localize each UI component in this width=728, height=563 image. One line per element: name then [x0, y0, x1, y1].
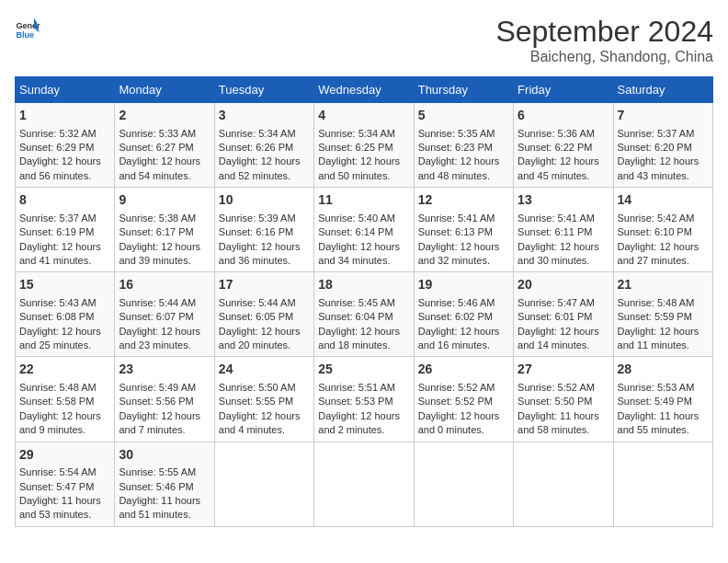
title-block: September 2024 Baicheng, Shandong, China: [495, 15, 713, 65]
day-number: 15: [19, 276, 110, 294]
calendar-cell: 7Sunrise: 5:37 AMSunset: 6:20 PMDaylight…: [613, 103, 712, 188]
daylight-text: Daylight: 11 hours and 53 minutes.: [19, 494, 110, 523]
daylight-text: Daylight: 12 hours and 56 minutes.: [19, 155, 110, 183]
day-number: 7: [618, 107, 709, 125]
day-number: 29: [19, 446, 110, 465]
calendar-cell: 21Sunrise: 5:48 AMSunset: 5:59 PMDayligh…: [613, 272, 712, 357]
calendar-table: SundayMondayTuesdayWednesdayThursdayFrid…: [15, 76, 713, 527]
page-header: General Blue September 2024 Baicheng, Sh…: [15, 15, 713, 65]
calendar-cell: [214, 442, 313, 526]
sunset-text: Sunset: 6:17 PM: [119, 225, 210, 239]
calendar-cell: 11Sunrise: 5:40 AMSunset: 6:14 PMDayligh…: [314, 188, 414, 272]
sunset-text: Sunset: 5:46 PM: [119, 480, 210, 494]
sunrise-text: Sunrise: 5:47 AM: [518, 296, 609, 310]
daylight-text: Daylight: 12 hours and 45 minutes.: [518, 155, 609, 183]
weekday-header: Monday: [115, 77, 214, 103]
sunrise-text: Sunrise: 5:55 AM: [119, 465, 210, 479]
daylight-text: Daylight: 12 hours and 39 minutes.: [119, 240, 210, 269]
calendar-cell: 20Sunrise: 5:47 AMSunset: 6:01 PMDayligh…: [514, 272, 613, 357]
sunset-text: Sunset: 5:56 PM: [119, 395, 210, 408]
daylight-text: Daylight: 12 hours and 43 minutes.: [618, 155, 709, 183]
daylight-text: Daylight: 12 hours and 14 minutes.: [518, 325, 609, 353]
sunset-text: Sunset: 6:13 PM: [418, 225, 509, 239]
weekday-header: Tuesday: [214, 77, 313, 103]
sunrise-text: Sunrise: 5:54 AM: [19, 465, 110, 479]
day-number: 11: [318, 191, 409, 210]
calendar-cell: 9Sunrise: 5:38 AMSunset: 6:17 PMDaylight…: [115, 188, 214, 272]
day-number: 4: [318, 107, 409, 125]
calendar-cell: 29Sunrise: 5:54 AMSunset: 5:47 PMDayligh…: [16, 442, 115, 526]
day-number: 20: [518, 276, 609, 294]
daylight-text: Daylight: 12 hours and 25 minutes.: [19, 325, 110, 353]
calendar-cell: 22Sunrise: 5:48 AMSunset: 5:58 PMDayligh…: [16, 357, 115, 442]
calendar-cell: 27Sunrise: 5:52 AMSunset: 5:50 PMDayligh…: [514, 357, 613, 442]
calendar-cell: 14Sunrise: 5:42 AMSunset: 6:10 PMDayligh…: [613, 188, 712, 272]
day-number: 23: [119, 361, 210, 379]
calendar-week-row: 22Sunrise: 5:48 AMSunset: 5:58 PMDayligh…: [16, 357, 713, 442]
daylight-text: Daylight: 12 hours and 9 minutes.: [19, 409, 110, 438]
calendar-cell: 26Sunrise: 5:52 AMSunset: 5:52 PMDayligh…: [414, 357, 513, 442]
sunrise-text: Sunrise: 5:32 AM: [19, 127, 110, 141]
calendar-week-row: 29Sunrise: 5:54 AMSunset: 5:47 PMDayligh…: [16, 442, 713, 526]
calendar-cell: 13Sunrise: 5:41 AMSunset: 6:11 PMDayligh…: [514, 188, 613, 272]
calendar-cell: 5Sunrise: 5:35 AMSunset: 6:23 PMDaylight…: [414, 103, 513, 188]
day-number: 17: [219, 276, 310, 294]
calendar-cell: 18Sunrise: 5:45 AMSunset: 6:04 PMDayligh…: [314, 272, 414, 357]
weekday-header: Wednesday: [314, 77, 414, 103]
sunrise-text: Sunrise: 5:48 AM: [618, 296, 709, 310]
sunset-text: Sunset: 6:25 PM: [318, 141, 409, 155]
sunset-text: Sunset: 5:59 PM: [618, 310, 709, 324]
sunset-text: Sunset: 5:53 PM: [318, 395, 409, 408]
day-number: 2: [119, 107, 210, 125]
daylight-text: Daylight: 12 hours and 4 minutes.: [219, 409, 310, 438]
calendar-cell: [613, 442, 712, 526]
logo: General Blue: [15, 15, 40, 40]
daylight-text: Daylight: 12 hours and 23 minutes.: [119, 325, 210, 353]
sunset-text: Sunset: 6:01 PM: [518, 310, 609, 324]
calendar-cell: 8Sunrise: 5:37 AMSunset: 6:19 PMDaylight…: [16, 188, 115, 272]
day-number: 12: [418, 191, 509, 210]
sunset-text: Sunset: 6:22 PM: [518, 141, 609, 155]
sunrise-text: Sunrise: 5:52 AM: [518, 381, 609, 395]
calendar-week-row: 8Sunrise: 5:37 AMSunset: 6:19 PMDaylight…: [16, 188, 713, 272]
day-number: 16: [119, 276, 210, 294]
calendar-cell: 16Sunrise: 5:44 AMSunset: 6:07 PMDayligh…: [115, 272, 214, 357]
calendar-cell: 15Sunrise: 5:43 AMSunset: 6:08 PMDayligh…: [16, 272, 115, 357]
sunset-text: Sunset: 6:27 PM: [119, 141, 210, 155]
sunset-text: Sunset: 6:20 PM: [618, 141, 709, 155]
sunrise-text: Sunrise: 5:36 AM: [518, 127, 609, 141]
day-number: 9: [119, 191, 210, 210]
day-number: 21: [618, 276, 709, 294]
sunset-text: Sunset: 6:23 PM: [418, 141, 509, 155]
sunrise-text: Sunrise: 5:38 AM: [119, 212, 210, 225]
weekday-header: Friday: [514, 77, 613, 103]
day-number: 30: [119, 446, 210, 465]
calendar-cell: 30Sunrise: 5:55 AMSunset: 5:46 PMDayligh…: [115, 442, 214, 526]
calendar-cell: 12Sunrise: 5:41 AMSunset: 6:13 PMDayligh…: [414, 188, 513, 272]
daylight-text: Daylight: 12 hours and 11 minutes.: [618, 325, 709, 353]
daylight-text: Daylight: 12 hours and 2 minutes.: [318, 409, 409, 438]
sunrise-text: Sunrise: 5:40 AM: [318, 212, 409, 225]
calendar-week-row: 1Sunrise: 5:32 AMSunset: 6:29 PMDaylight…: [16, 103, 713, 188]
calendar-cell: 17Sunrise: 5:44 AMSunset: 6:05 PMDayligh…: [214, 272, 313, 357]
sunrise-text: Sunrise: 5:37 AM: [618, 127, 709, 141]
daylight-text: Daylight: 12 hours and 50 minutes.: [318, 155, 409, 183]
day-number: 19: [418, 276, 509, 294]
sunrise-text: Sunrise: 5:35 AM: [418, 127, 509, 141]
calendar-cell: 19Sunrise: 5:46 AMSunset: 6:02 PMDayligh…: [414, 272, 513, 357]
day-number: 22: [19, 361, 110, 379]
day-number: 1: [19, 107, 110, 125]
day-number: 28: [618, 361, 709, 379]
sunset-text: Sunset: 6:29 PM: [19, 141, 110, 155]
sunset-text: Sunset: 6:07 PM: [119, 310, 210, 324]
sunset-text: Sunset: 5:50 PM: [518, 395, 609, 408]
sunrise-text: Sunrise: 5:53 AM: [618, 381, 709, 395]
sunrise-text: Sunrise: 5:34 AM: [219, 127, 310, 141]
daylight-text: Daylight: 12 hours and 7 minutes.: [119, 409, 210, 438]
calendar-cell: [414, 442, 513, 526]
sunset-text: Sunset: 5:52 PM: [418, 395, 509, 408]
sunset-text: Sunset: 5:58 PM: [19, 395, 110, 408]
daylight-text: Daylight: 11 hours and 51 minutes.: [119, 494, 210, 523]
sunset-text: Sunset: 6:05 PM: [219, 310, 310, 324]
weekday-header: Thursday: [414, 77, 513, 103]
